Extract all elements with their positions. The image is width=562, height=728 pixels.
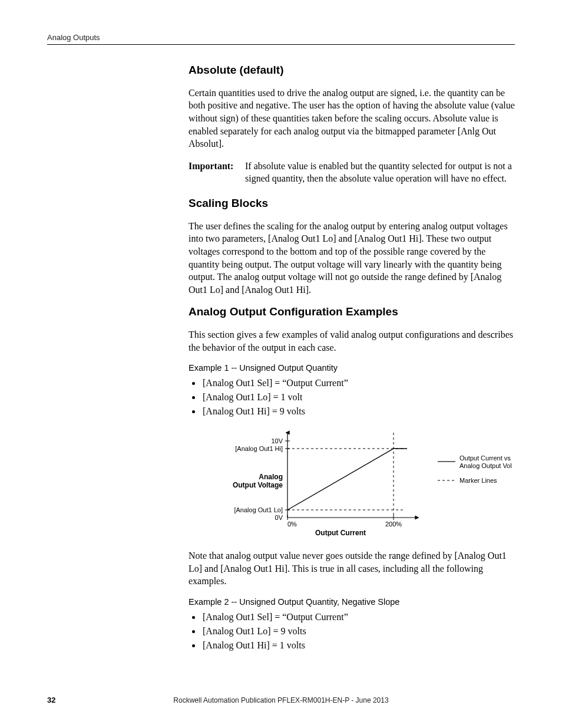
ytick-lo: [Analog Out1 Lo] [234,506,283,513]
heading-examples: Analog Output Configuration Examples [189,305,515,319]
running-header: Analog Outputs [47,33,515,45]
xlabel: Output Current [315,529,366,536]
ytick-0v: 0V [275,514,283,521]
example1-title: Example 1 -- Unsigned Output Quantity [189,363,515,373]
important-label: Important: [189,160,245,185]
important-text: If absolute value is enabled but the qua… [245,160,515,185]
list-item: [Analog Out1 Hi] = 1 volts [201,638,515,653]
legend-1a: Output Current vs. [459,454,511,462]
example2-title: Example 2 -- Unsigned Output Quantity, N… [189,597,515,607]
list-item: [Analog Out1 Sel] = “Output Current” [201,376,515,390]
header-title: Analog Outputs [47,33,100,42]
xtick-200: 200% [385,521,402,528]
heading-scaling: Scaling Blocks [189,197,515,210]
legend-1b: Analog Output Voltage [459,462,511,469]
para-absolute: Certain quantities used to drive the ana… [189,87,515,150]
list-item: [Analog Out1 Lo] = 9 volts [201,624,515,638]
heading-absolute: Absolute (default) [189,64,515,77]
ytick-10v: 10V [271,437,283,444]
legend-2: Marker Lines [459,477,497,484]
footer-pub: Rockwell Automation Publication PFLEX-RM… [47,696,515,704]
para-scaling: The user defines the scaling for the ana… [189,220,515,297]
important-block: Important: If absolute value is enabled … [189,160,515,185]
ylabel-1: Analog [259,473,283,481]
example2-list: [Analog Out1 Sel] = “Output Current” [An… [189,610,515,653]
list-item: [Analog Out1 Sel] = “Output Current” [201,610,515,624]
list-item: [Analog Out1 Hi] = 9 volts [201,404,515,419]
para-note: Note that analog output value never goes… [189,549,515,588]
page-content: Absolute (default) Certain quantities us… [189,64,515,657]
ylabel-2: Output Voltage [233,481,283,489]
ytick-hi: [Analog Out1 Hi] [235,445,283,452]
xtick-0: 0% [287,521,297,528]
chart-example1: 10V [Analog Out1 Hi] [Analog Out1 Lo] 0V… [205,423,515,539]
list-item: [Analog Out1 Lo] = 1 volt [201,390,515,404]
example1-list: [Analog Out1 Sel] = “Output Current” [An… [189,376,515,419]
para-examples: This section gives a few examples of val… [189,328,515,354]
